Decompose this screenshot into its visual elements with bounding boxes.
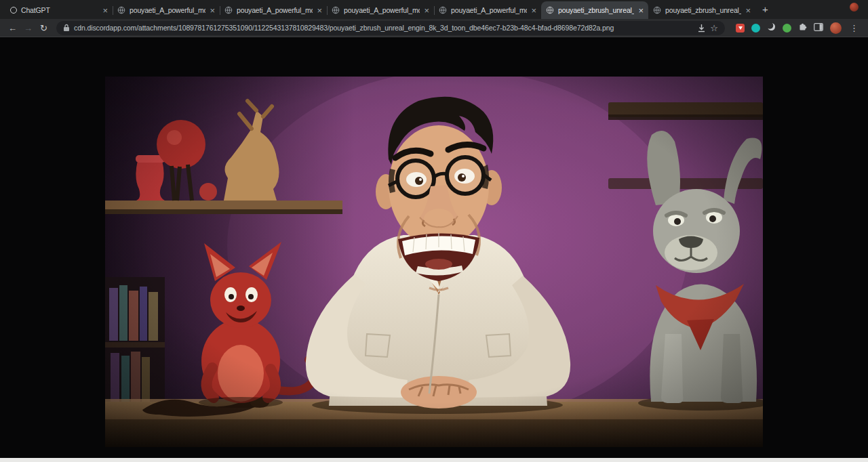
url-text: cdn.discordapp.com/attachments/108978176…	[74, 24, 693, 32]
tab-strip: ChatGPT × pouyaeti_A_powerful_modern × p…	[0, 0, 868, 19]
tab-label: pouyaeti_A_powerful_modern	[237, 6, 313, 14]
tab-close-icon[interactable]: ×	[531, 6, 536, 15]
extensions-puzzle-icon[interactable]	[798, 22, 807, 34]
globe-favicon-icon	[224, 6, 233, 14]
globe-favicon-icon	[546, 6, 554, 14]
toolbar: ← → ↻ cdn.discordapp.com/attachments/108…	[0, 19, 868, 37]
dark-mode-moon-icon[interactable]	[767, 22, 776, 34]
red-extension-icon[interactable]	[736, 24, 745, 33]
discord-image-attachment	[105, 77, 763, 447]
tab-label: pouyaeti_A_powerful_modern	[130, 6, 205, 14]
tab-pouyaeti-zbrush-2[interactable]: pouyaeti_zbrush_unreal_engi ×	[648, 1, 755, 19]
tab-pouyaeti-powerful-4[interactable]: pouyaeti_A_powerful_modern ×	[434, 1, 541, 19]
tab-chatgpt[interactable]: ChatGPT ×	[5, 1, 113, 19]
lock-icon[interactable]	[63, 24, 70, 32]
tab-close-icon[interactable]: ×	[317, 6, 322, 15]
reload-button[interactable]: ↻	[37, 24, 51, 33]
green-extension-icon[interactable]	[783, 24, 791, 33]
bookmark-star-icon[interactable]: ☆	[710, 24, 718, 33]
globe-favicon-icon	[117, 6, 125, 14]
back-button[interactable]: ←	[5, 24, 20, 33]
tab-pouyaeti-powerful-3[interactable]: pouyaeti_A_powerful_modern ×	[327, 1, 434, 19]
globe-favicon-icon	[332, 6, 340, 14]
tab-close-icon[interactable]: ×	[424, 6, 429, 15]
tab-close-icon[interactable]: ×	[638, 6, 644, 15]
globe-favicon-icon	[653, 6, 661, 14]
tab-label: pouyaeti_A_powerful_modern	[451, 6, 527, 14]
browser-window: ChatGPT × pouyaeti_A_powerful_modern × p…	[0, 0, 868, 462]
profile-avatar[interactable]	[830, 22, 842, 34]
tab-label: pouyaeti_A_powerful_modern	[344, 6, 420, 14]
tab-pouyaeti-zbrush-active[interactable]: pouyaeti_zbrush_unreal_engin ×	[541, 1, 648, 19]
tab-label: pouyaeti_zbrush_unreal_engin	[558, 6, 634, 14]
tab-close-icon[interactable]: ×	[745, 6, 751, 15]
tab-close-icon[interactable]: ×	[210, 6, 215, 15]
address-bar[interactable]: cdn.discordapp.com/attachments/108978176…	[56, 21, 725, 35]
globe-favicon-icon	[439, 6, 447, 14]
page-content	[0, 37, 868, 458]
teal-extension-icon[interactable]	[751, 24, 760, 33]
bottom-strip	[0, 458, 868, 462]
tab-label: pouyaeti_zbrush_unreal_engi	[665, 6, 741, 14]
frame-profile-avatar[interactable]	[850, 3, 859, 12]
new-tab-button[interactable]: +	[762, 4, 768, 14]
kebab-menu-icon[interactable]: ⋮	[848, 24, 860, 33]
tab-close-icon[interactable]: ×	[102, 6, 108, 15]
tab-pouyaeti-powerful-1[interactable]: pouyaeti_A_powerful_modern ×	[113, 1, 220, 19]
tab-pouyaeti-powerful-2[interactable]: pouyaeti_A_powerful_modern ×	[220, 1, 327, 19]
tab-label: ChatGPT	[21, 6, 98, 14]
download-icon[interactable]	[697, 24, 706, 33]
forward-button[interactable]: →	[21, 24, 35, 33]
extension-icons: ⋮	[730, 22, 863, 34]
chatgpt-favicon-icon	[10, 7, 17, 14]
side-panel-icon[interactable]	[814, 22, 823, 34]
